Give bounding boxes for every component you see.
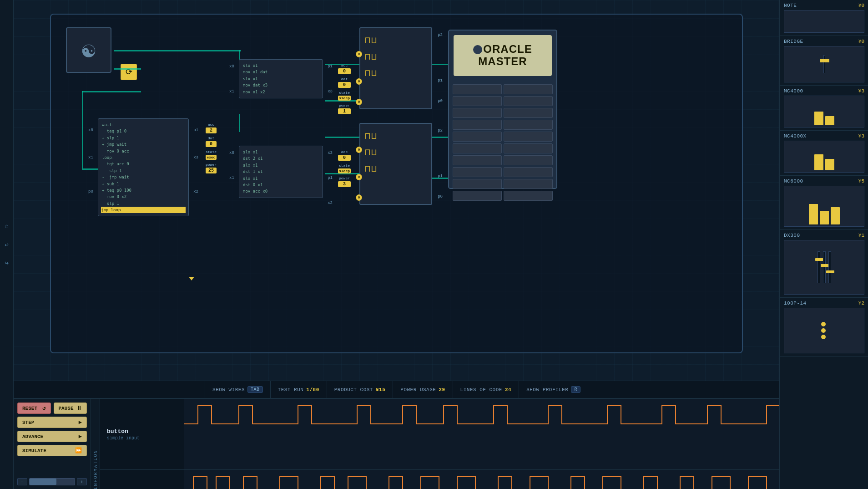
oracle-title-1: ORACLE	[483, 43, 532, 55]
100p14-component-cost: ¥2	[858, 301, 864, 306]
info-verification-area: INFORMATION button simple input	[91, 399, 779, 489]
dx300-slider-1	[818, 251, 820, 283]
chip-module-top[interactable]: x0 x1 p1 x3 slx x1 mov x1 dat slx x1 mov…	[239, 59, 323, 98]
oracle-btn-5[interactable]	[453, 108, 502, 118]
sidebar-component-mc6000: MC6000 ¥5	[780, 176, 868, 230]
back-icon[interactable]: ↩	[2, 240, 11, 249]
acc-value-1: 2	[206, 127, 217, 133]
oracle-btn-9[interactable]	[453, 132, 502, 142]
show-profiler-key: R	[571, 386, 580, 393]
wire-h1	[114, 50, 241, 51]
forward-icon[interactable]: ↪	[2, 258, 11, 267]
mc6000-component-name: MC6000	[784, 178, 803, 184]
reset-button[interactable]: RESET ↺	[17, 402, 51, 414]
code-module-left[interactable]: x0 x1 p0 p1 x3 x2 wait: teq p1 0 + slp 1…	[98, 118, 189, 216]
wire-v3	[239, 114, 240, 132]
oracle-btn-2[interactable]	[504, 84, 553, 94]
oracle-btn-7[interactable]	[453, 120, 502, 130]
note-component-cost: ¥0	[858, 3, 864, 8]
dx300-display	[784, 240, 864, 295]
oracle-btn-16[interactable]	[504, 167, 553, 177]
power-chip-bot: 3	[338, 181, 351, 187]
volume-minus-button[interactable]: −	[17, 478, 27, 485]
dat-chip-top: 0	[338, 82, 351, 88]
step-button[interactable]: STEP ▶	[17, 417, 87, 428]
oracle-btn-10[interactable]	[504, 132, 553, 142]
mc4000x-component-name: MC4000X	[784, 133, 807, 139]
oracle-btn-19[interactable]	[453, 191, 502, 201]
pause-label: PAUSE	[59, 406, 74, 411]
port-circle-3: 0	[356, 99, 362, 105]
power-usage-label: POWER USAGE	[400, 387, 436, 392]
simulate-label: SIMULATE	[22, 448, 46, 453]
oracle-btn-11[interactable]	[453, 143, 502, 153]
oracle-btn-4[interactable]	[504, 96, 553, 106]
show-wires-key: TAB	[247, 386, 263, 393]
bridge-component-name: BRIDGE	[784, 39, 803, 44]
oracle-btn-6[interactable]	[504, 108, 553, 118]
simulate-button[interactable]: SIMULATE ⏩	[17, 445, 87, 456]
oracle-btn-3[interactable]	[453, 96, 502, 106]
state-chip-bot: sleep	[338, 168, 351, 173]
oracle-master-unit[interactable]: ORACLE MASTER	[448, 30, 557, 189]
bottom-panel: RESET ↺ PAUSE ⏸ STEP ▶ ADVANCE ▶	[14, 398, 779, 489]
show-wires-label: SHOW WIRES	[212, 387, 245, 392]
step-icon: ▶	[79, 419, 82, 426]
power-usage-item: POWER USAGE 29	[393, 381, 453, 398]
port-circle-1: 0	[356, 51, 362, 57]
home-icon[interactable]: ⌂	[2, 222, 11, 231]
reset-icon: ↺	[42, 405, 45, 412]
sidebar-component-mc4000x: MC4000X ¥3	[780, 131, 868, 176]
bridge-display	[784, 46, 864, 82]
oracle-btn-18[interactable]	[504, 179, 553, 189]
oracle-btn-1[interactable]	[453, 84, 502, 94]
dx300-component-name: DX300	[784, 233, 800, 238]
circuit-area: ☯ ⟳ 0	[14, 0, 779, 381]
pause-icon: ⏸	[76, 405, 82, 412]
information-signals: button simple input	[100, 399, 779, 489]
button-signal-type: simple input	[107, 436, 177, 441]
mc6000-component-cost: ¥5	[858, 178, 864, 184]
100p14-component-name: 100P-14	[784, 301, 807, 306]
dx300-slider-2	[823, 251, 826, 283]
toolbar: SHOW WIRES TAB TEST RUN 1/80 PRODUCT COS…	[14, 381, 779, 398]
wire-h2	[114, 68, 141, 70]
oracle-title-2: MASTER	[473, 55, 532, 68]
oracle-button-grid	[449, 81, 556, 204]
power-usage-value: 29	[439, 387, 445, 392]
oracle-btn-17[interactable]	[453, 179, 502, 189]
oracle-btn-20[interactable]	[504, 191, 553, 201]
dx300-slider-3	[828, 251, 831, 283]
oracle-btn-15[interactable]	[453, 167, 502, 177]
port-circle-2: 0	[356, 78, 362, 85]
pause-button[interactable]: PAUSE ⏸	[54, 402, 87, 414]
sidebar-component-100p14: 100P-14 ¥2	[780, 298, 868, 357]
product-cost-item: PRODUCT COST ¥15	[327, 381, 394, 398]
lines-of-code-value: 24	[505, 387, 511, 392]
advance-button[interactable]: ADVANCE ▶	[17, 431, 87, 442]
volume-slider[interactable]	[29, 478, 75, 485]
port-circle-5: 0	[356, 174, 362, 180]
simulate-icon: ⏩	[75, 447, 82, 454]
show-wires-item[interactable]: SHOW WIRES TAB	[205, 381, 271, 398]
volume-plus-button[interactable]: +	[77, 478, 87, 485]
show-profiler-item[interactable]: SHOW PROFILER R	[519, 381, 588, 398]
lines-of-code-item: LINES OF CODE 24	[453, 381, 520, 398]
oracle-btn-8[interactable]	[504, 120, 553, 130]
acc-chip-top: 0	[338, 68, 351, 74]
power-value-1: 25	[206, 168, 217, 173]
oracle-btn-12[interactable]	[504, 143, 553, 153]
100p14-display	[784, 308, 864, 353]
oracle-btn-14[interactable]	[504, 155, 553, 165]
note-display	[784, 10, 864, 33]
oracle-btn-13[interactable]	[453, 155, 502, 165]
power-chip-top: 1	[338, 108, 351, 114]
relay-module[interactable]: ⟳	[121, 64, 137, 80]
button-signal-row: button simple input	[100, 399, 779, 470]
advance-label: ADVANCE	[22, 434, 43, 439]
button-signal-name: button	[107, 428, 177, 435]
show-profiler-label: SHOW PROFILER	[526, 387, 568, 392]
yin-yang-module[interactable]: ☯	[66, 27, 111, 73]
oracle-screen: ORACLE MASTER	[454, 35, 552, 76]
chip-module-bottom[interactable]: x0 x1 x3 p1 x2 slx x1 dst 2 x1 slx x1 ds…	[239, 146, 323, 198]
